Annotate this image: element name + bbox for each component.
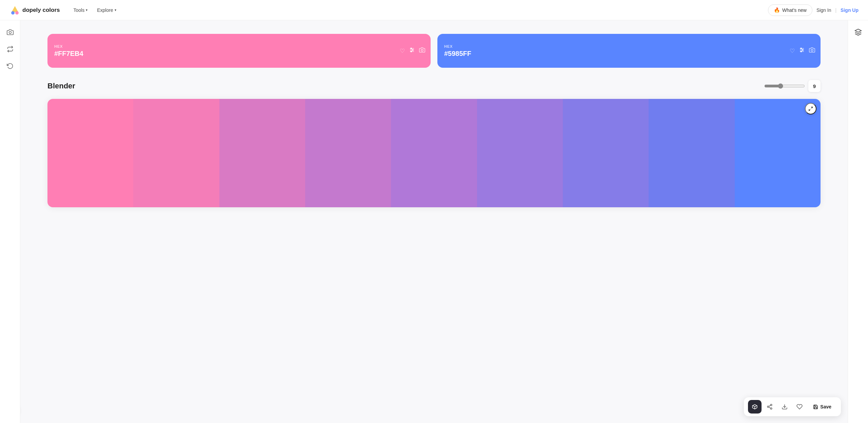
palette-swatch-7[interactable] — [649, 99, 734, 207]
color2-heart-icon[interactable]: ♡ — [790, 47, 795, 55]
camera-icon — [7, 29, 14, 36]
palette-swatch-5[interactable] — [477, 99, 563, 207]
camera-button[interactable] — [4, 26, 17, 39]
palette-swatch-1[interactable] — [133, 99, 219, 207]
color1-heart-icon[interactable]: ♡ — [400, 47, 405, 55]
svg-point-18 — [811, 49, 813, 51]
nav-divider: | — [835, 7, 836, 13]
cube-button[interactable] — [748, 400, 762, 414]
palette-swatch-8[interactable] — [735, 99, 821, 207]
left-sidebar — [0, 20, 20, 423]
layers-button[interactable] — [852, 26, 865, 39]
nav-links: Tools ▾ Explore ▾ — [70, 5, 120, 15]
color2-actions: ♡ — [790, 47, 815, 55]
color1-camera-icon[interactable] — [419, 47, 425, 55]
bottom-toolbar: Save — [744, 397, 841, 416]
color-card-1[interactable]: HEX #FF7EB4 ♡ — [47, 34, 431, 68]
logo-text: dopely colors — [22, 7, 60, 14]
top-navigation: dopely colors Tools ▾ Explore ▾ 🔥 What's… — [0, 0, 868, 20]
whats-new-button[interactable]: 🔥 What's new — [768, 4, 812, 16]
explore-chevron-icon: ▾ — [115, 8, 116, 12]
layers-icon — [854, 28, 862, 36]
palette-swatch-4[interactable] — [391, 99, 477, 207]
download-button[interactable] — [778, 400, 791, 414]
svg-point-22 — [771, 404, 772, 406]
svg-point-3 — [9, 31, 11, 34]
undo-button[interactable] — [4, 60, 17, 72]
blender-slider[interactable] — [764, 83, 805, 89]
palette-swatch-0[interactable] — [47, 99, 133, 207]
logo-icon — [9, 5, 20, 16]
svg-line-25 — [769, 407, 771, 408]
svg-point-1 — [11, 11, 15, 15]
signin-link[interactable]: Sign In — [816, 7, 831, 13]
logo[interactable]: dopely colors — [9, 5, 60, 16]
svg-point-10 — [411, 51, 412, 52]
color2-label: HEX — [444, 44, 814, 48]
share-button[interactable] — [763, 400, 776, 414]
svg-point-9 — [412, 49, 413, 50]
blender-header: Blender 9 — [47, 80, 821, 92]
signup-link[interactable]: Sign Up — [841, 7, 859, 13]
svg-point-11 — [421, 49, 423, 51]
color1-actions: ♡ — [400, 47, 425, 55]
svg-point-15 — [801, 48, 802, 49]
heart-button[interactable] — [793, 400, 806, 414]
palette-swatch-6[interactable] — [563, 99, 649, 207]
fire-icon: 🔥 — [774, 7, 780, 13]
swap-button[interactable] — [4, 43, 17, 56]
svg-marker-4 — [855, 29, 861, 32]
save-label: Save — [820, 404, 831, 409]
undo-icon — [7, 63, 14, 69]
tools-menu[interactable]: Tools ▾ — [70, 5, 92, 15]
color-cards: HEX #FF7EB4 ♡ — [47, 34, 821, 68]
tools-chevron-icon: ▾ — [86, 8, 87, 12]
color2-adjust-icon[interactable] — [799, 47, 805, 55]
main-content: HEX #FF7EB4 ♡ — [20, 20, 848, 423]
svg-line-26 — [769, 405, 771, 406]
explore-menu[interactable]: Explore ▾ — [93, 5, 120, 15]
svg-point-17 — [801, 51, 802, 52]
svg-point-23 — [768, 406, 769, 408]
right-sidebar — [848, 20, 868, 423]
blender-title: Blender — [47, 82, 75, 90]
svg-point-2 — [15, 11, 19, 15]
color1-adjust-icon[interactable] — [409, 47, 415, 55]
svg-point-16 — [802, 49, 803, 50]
save-button[interactable]: Save — [808, 401, 837, 412]
color-card-2[interactable]: HEX #5985FF ♡ — [437, 34, 821, 68]
color2-camera-icon[interactable] — [809, 47, 815, 55]
blender-count: 9 — [808, 80, 821, 92]
topnav-right: 🔥 What's new Sign In | Sign Up — [768, 4, 859, 16]
palette-swatch-2[interactable] — [219, 99, 305, 207]
color2-hex: #5985FF — [444, 50, 814, 58]
blender-controls: 9 — [764, 80, 821, 92]
swap-horizontal-icon — [7, 46, 14, 52]
color1-label: HEX — [54, 44, 424, 48]
palette-swatch-3[interactable] — [305, 99, 391, 207]
save-icon — [813, 404, 818, 409]
color1-hex: #FF7EB4 — [54, 50, 424, 58]
svg-point-8 — [411, 48, 412, 49]
svg-point-24 — [771, 408, 772, 409]
expand-button[interactable] — [805, 103, 816, 114]
blender-palette — [47, 99, 821, 207]
